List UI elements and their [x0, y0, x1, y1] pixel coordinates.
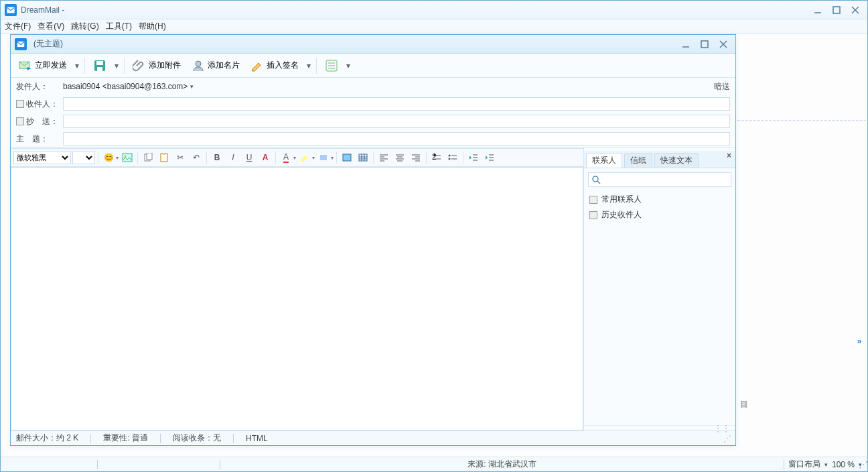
- chevron-down-icon: ▾: [190, 83, 194, 90]
- tab-quick[interactable]: 快速文本: [654, 153, 699, 168]
- send-icon: [19, 59, 32, 72]
- align-right-button[interactable]: [409, 150, 423, 165]
- save-button[interactable]: [89, 56, 111, 75]
- toolbar-sep: [84, 58, 85, 74]
- compose-statusbar: 邮件大小：约 2 K 重要性: 普通 阅读收条：无 HTML ⋰: [11, 430, 735, 445]
- ordered-list-button[interactable]: 12: [429, 150, 444, 165]
- size-select[interactable]: [72, 151, 95, 164]
- book-icon: [16, 100, 24, 108]
- text-color-button[interactable]: A: [279, 150, 293, 165]
- signature-dropdown[interactable]: ▾: [305, 61, 312, 70]
- list-button[interactable]: [321, 56, 342, 75]
- book-icon: [589, 211, 597, 219]
- main-window: DreamMail - 文件(F) 查看(V) 跳转(G) 工具(T) 帮助(H…: [0, 0, 868, 472]
- signature-button[interactable]: 插入签名: [246, 56, 303, 75]
- emoji-button[interactable]: 😊: [101, 150, 116, 165]
- resize-grip-icon[interactable]: ⋰: [723, 434, 730, 443]
- svg-point-20: [125, 156, 127, 158]
- attach-button[interactable]: 添加附件: [129, 56, 185, 75]
- menu-view[interactable]: 查看(V): [38, 21, 64, 32]
- side-search[interactable]: [588, 172, 731, 187]
- svg-rect-2: [833, 7, 840, 13]
- compose-close-button[interactable]: [718, 40, 729, 49]
- signature-icon: [250, 59, 264, 72]
- menu-help[interactable]: 帮助(H): [139, 21, 166, 32]
- editor-area[interactable]: [11, 167, 583, 430]
- svg-rect-7: [701, 41, 708, 48]
- svg-rect-25: [320, 155, 327, 160]
- font-color-button[interactable]: A: [258, 150, 273, 165]
- side-tabs: 联系人 信纸 快速文本: [584, 151, 735, 168]
- main-window-controls: [812, 5, 861, 15]
- align-left-button[interactable]: [376, 150, 391, 165]
- insert-table-button[interactable]: [356, 150, 370, 165]
- side-item-history[interactable]: 历史收件人: [589, 209, 730, 221]
- subject-input[interactable]: [63, 132, 730, 145]
- bold-button[interactable]: B: [210, 150, 224, 165]
- maximize-button[interactable]: [831, 5, 842, 15]
- svg-rect-24: [163, 153, 165, 155]
- side-resize-handle[interactable]: ⋮⋮: [584, 425, 735, 430]
- align-center-button[interactable]: [392, 150, 407, 165]
- main-titlebar: DreamMail -: [1, 1, 867, 19]
- status-size: 邮件大小：约 2 K: [16, 432, 78, 444]
- list-dropdown[interactable]: ▾: [345, 61, 352, 70]
- vcard-icon: [192, 59, 205, 72]
- save-icon: [93, 59, 106, 72]
- indent-button[interactable]: [482, 150, 497, 165]
- signature-label: 插入签名: [267, 60, 299, 71]
- menu-file[interactable]: 文件(F): [5, 21, 31, 32]
- compose-title: (无主题): [33, 38, 680, 50]
- send-label: 立即发送: [35, 60, 67, 71]
- close-button[interactable]: [850, 5, 861, 15]
- menu-tools[interactable]: 工具(T): [106, 21, 132, 32]
- editor-column: 微软雅黑 😊▾ ✂ ↶ B I U: [11, 148, 584, 430]
- vcard-button[interactable]: 添加名片: [188, 56, 244, 75]
- menu-go[interactable]: 跳转(G): [71, 21, 98, 32]
- compose-body: 微软雅黑 😊▾ ✂ ↶ B I U: [11, 148, 735, 430]
- compose-maximize-button[interactable]: [699, 40, 710, 49]
- send-button[interactable]: 立即发送: [15, 56, 71, 75]
- from-selector[interactable]: basai0904 <basai0904@163.com> ▾: [63, 82, 709, 91]
- bcc-link[interactable]: 暗送: [714, 81, 730, 93]
- window-resize-grip[interactable]: ⋰: [859, 459, 866, 470]
- svg-point-58: [593, 176, 598, 182]
- image-button[interactable]: [120, 150, 135, 165]
- tab-contacts[interactable]: 联系人: [586, 153, 622, 168]
- book-icon: [16, 117, 24, 125]
- status-priority[interactable]: 重要性: 普通: [103, 432, 148, 444]
- copy-button[interactable]: [141, 150, 155, 165]
- svg-rect-27: [359, 154, 367, 161]
- outdent-button[interactable]: [466, 150, 481, 165]
- highlight-button[interactable]: [297, 150, 312, 165]
- compose-app-icon: [15, 38, 27, 50]
- status-receipt[interactable]: 阅读收条：无: [173, 432, 221, 444]
- insert-image-button[interactable]: [340, 150, 354, 165]
- save-dropdown[interactable]: ▾: [113, 61, 120, 70]
- content-area: » 目 (无主题) 立即发送 ▾: [1, 34, 867, 457]
- cc-input[interactable]: [63, 115, 730, 128]
- side-close-button[interactable]: ×: [727, 151, 731, 160]
- cc-label[interactable]: 抄 送：: [16, 116, 63, 127]
- bg-color-button[interactable]: [316, 150, 331, 165]
- expand-chevron-icon[interactable]: »: [854, 336, 865, 347]
- status-layout[interactable]: 窗口布局: [788, 459, 820, 470]
- paste-button[interactable]: [157, 150, 171, 165]
- send-dropdown[interactable]: ▾: [74, 61, 80, 70]
- to-label[interactable]: 收件人：: [16, 99, 63, 110]
- tab-stationery[interactable]: 信纸: [624, 153, 652, 168]
- unordered-list-button[interactable]: [445, 150, 460, 165]
- underline-button[interactable]: U: [242, 150, 257, 165]
- status-mode[interactable]: HTML: [246, 434, 268, 443]
- undo-button[interactable]: ↶: [189, 150, 204, 165]
- status-source: 来源: 湖北省武汉市: [224, 459, 780, 470]
- editor-toolbar: 微软雅黑 😊▾ ✂ ↶ B I U: [11, 148, 583, 167]
- to-input[interactable]: [63, 97, 730, 111]
- minimize-button[interactable]: [812, 5, 823, 15]
- font-select[interactable]: 微软雅黑: [13, 151, 71, 164]
- cut-button[interactable]: ✂: [173, 150, 188, 165]
- italic-button[interactable]: I: [226, 150, 240, 165]
- compose-minimize-button[interactable]: [680, 40, 691, 49]
- status-zoom[interactable]: 100 %: [832, 460, 855, 469]
- side-item-frequent[interactable]: 常用联系人: [589, 194, 730, 205]
